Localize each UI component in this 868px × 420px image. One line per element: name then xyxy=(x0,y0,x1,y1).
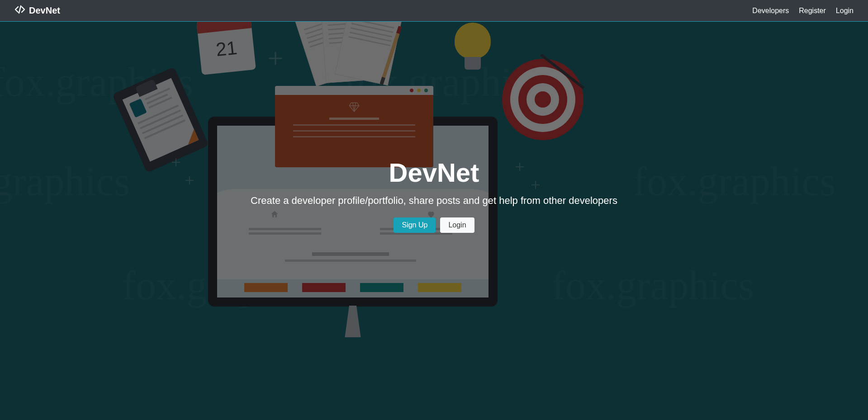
nav-register[interactable]: Register xyxy=(799,7,826,15)
nav-links: Developers Register Login xyxy=(752,7,854,15)
code-icon xyxy=(14,4,25,17)
hero-buttons: Sign Up Login xyxy=(394,217,474,233)
brand-text: DevNet xyxy=(29,5,60,16)
nav-developers[interactable]: Developers xyxy=(752,7,789,15)
hero-title: DevNet xyxy=(389,157,479,188)
hero-subtitle: Create a developer profile/portfolio, sh… xyxy=(251,195,617,207)
signup-button[interactable]: Sign Up xyxy=(394,217,436,233)
svg-line-0 xyxy=(19,6,21,13)
login-button[interactable]: Login xyxy=(440,217,474,233)
navbar: DevNet Developers Register Login xyxy=(0,0,868,22)
hero: DevNet Create a developer profile/portfo… xyxy=(0,22,868,420)
nav-login[interactable]: Login xyxy=(836,7,854,15)
brand-link[interactable]: DevNet xyxy=(14,4,60,17)
